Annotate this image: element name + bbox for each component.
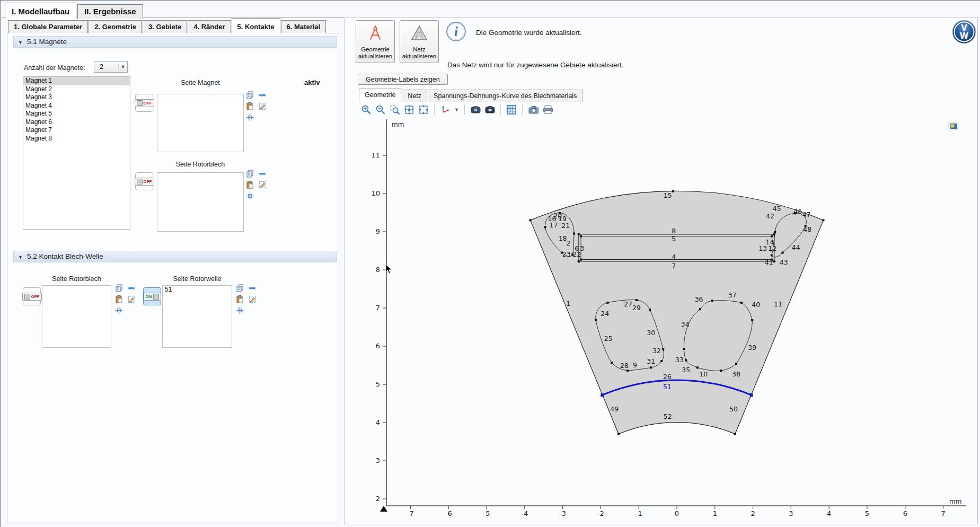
seite-rotorblech-toggle[interactable]: OFF (135, 172, 153, 190)
compass-icon (366, 24, 385, 44)
svg-text:7: 7 (672, 262, 676, 270)
svg-text:7: 7 (941, 510, 945, 517)
view-tab-1[interactable]: Geometrie (359, 89, 401, 102)
svg-text:9: 9 (376, 227, 380, 235)
zoom-in-icon[interactable] (361, 104, 372, 115)
grid-icon[interactable] (506, 104, 517, 115)
clear-selection-icon[interactable] (126, 294, 137, 305)
svg-text:11: 11 (371, 151, 380, 159)
copy-icon[interactable] (113, 283, 124, 294)
aktiv-label: aktiv (304, 78, 320, 86)
update-geometry-button[interactable]: Geometrieaktualisieren (356, 20, 395, 63)
collapse-arrow-icon: ▼ (18, 40, 23, 45)
graphics-view-tabs: GeometrieNetzSpannungs-Dehnungs-Kurve de… (359, 89, 583, 102)
view-tab-3[interactable]: Spannungs-Dehnungs-Kurve des Blechmateri… (428, 90, 582, 102)
clear-selection-icon[interactable] (257, 101, 268, 112)
print-icon[interactable] (542, 104, 553, 115)
magnet-list-item-3[interactable]: Magnet 3 (23, 93, 130, 102)
zoom-extents-icon[interactable] (404, 104, 414, 115)
paste-icon[interactable] (244, 180, 255, 190)
mesh-icon (410, 24, 429, 44)
magnet-list-item-5[interactable]: Magnet 5 (23, 110, 130, 118)
toggle-state: OFF (144, 101, 152, 106)
svg-text:20: 20 (553, 212, 562, 220)
zoom-to-selection-icon[interactable] (234, 305, 245, 316)
svg-text:0: 0 (675, 510, 679, 517)
svg-text:10: 10 (699, 370, 708, 378)
magnet-list-item-1[interactable]: Magnet 1 (23, 77, 130, 85)
setup-tab-5[interactable]: 5. Kontakte (232, 18, 280, 33)
setup-tab-2[interactable]: 2. Geometrie (89, 20, 142, 33)
dropdown-value: 2 (94, 63, 118, 71)
update-mesh-button[interactable]: Netzaktualisieren (400, 20, 439, 63)
section-title: 5.2 Kontakt Blech-Welle (27, 252, 103, 260)
main-tab-1[interactable]: I. Modellaufbau (5, 3, 76, 19)
zoom-to-selection-icon[interactable] (244, 112, 255, 123)
paste-icon[interactable] (234, 294, 245, 305)
section-header-magnete[interactable]: ▼5.1 Magnete (13, 36, 337, 48)
magnet-count-dropdown[interactable]: 2 ▼ (94, 61, 128, 73)
kontakt-rotorwelle-toggle[interactable]: ON (143, 287, 161, 305)
copy-icon[interactable] (244, 90, 255, 101)
export-image-icon[interactable] (484, 104, 495, 115)
plot-image-icon[interactable] (948, 122, 959, 133)
magnet-list[interactable]: Magnet 1Magnet 2Magnet 3Magnet 4Magnet 5… (23, 76, 130, 230)
setup-tab-3[interactable]: 3. Gebiete (143, 20, 187, 33)
chevron-down-icon: ▼ (118, 64, 127, 69)
svg-text:4: 4 (376, 418, 380, 426)
setup-tab-1[interactable]: 1. Globale Parameter (8, 20, 88, 33)
clear-selection-icon[interactable] (257, 180, 268, 190)
svg-text:2: 2 (751, 510, 755, 517)
magnet-list-item-2[interactable]: Magnet 2 (23, 85, 130, 94)
view-tab-2[interactable]: Netz (402, 90, 427, 102)
svg-text:32: 32 (652, 347, 661, 355)
paste-icon[interactable] (244, 101, 255, 112)
show-geometry-labels-button[interactable]: Geometrie-Labels zeigen (358, 74, 448, 85)
section-header-kontakt[interactable]: ▼5.2 Kontakt Blech-Welle (13, 251, 337, 262)
main-tab-2[interactable]: II. Ergebnisse (77, 4, 143, 19)
magnet-list-item-7[interactable]: Magnet 7 (23, 126, 130, 135)
magnet-list-item-8[interactable]: Magnet 8 (23, 135, 130, 143)
vw-logo: V W (951, 19, 977, 47)
svg-text:11: 11 (774, 300, 782, 308)
selected-boundary-item[interactable]: 51 (163, 286, 232, 294)
paste-icon[interactable] (113, 294, 124, 305)
zoom-box-icon[interactable] (390, 104, 400, 115)
seite-magnet-toggle[interactable]: OFF (135, 94, 153, 112)
seite-rotorblech-selection-box[interactable] (157, 172, 244, 232)
kontakt-rotorblech-toggle[interactable]: OFF (23, 287, 41, 305)
view-orientation-icon[interactable] (440, 104, 451, 115)
remove-icon[interactable] (257, 169, 268, 179)
seite-magnet-selection-box[interactable] (157, 94, 244, 152)
copy-icon[interactable] (234, 283, 245, 294)
geometry-status-text: Die Geometrie wurde aktualisiert. (476, 29, 582, 37)
kontakt-rotorwelle-selection-box[interactable]: 51 (162, 285, 232, 348)
zoom-to-selection-icon[interactable] (113, 305, 124, 316)
magnet-list-item-6[interactable]: Magnet 6 (23, 118, 130, 127)
svg-text:33: 33 (675, 356, 684, 364)
svg-text:30: 30 (647, 329, 655, 337)
setup-tab-6[interactable]: 6. Material (281, 20, 326, 33)
kontakt-rotorblech-label: Seite Rotorblech (42, 275, 111, 283)
remove-icon[interactable] (247, 283, 258, 294)
kontakt-rotorblech-selection-box[interactable] (42, 285, 111, 348)
svg-text:17: 17 (549, 221, 558, 229)
dropdown-caret-icon[interactable]: ▼ (454, 107, 459, 112)
snapshot-icon[interactable] (528, 104, 538, 115)
setup-tab-4[interactable]: 4. Ränder (188, 20, 231, 33)
zoom-fit-icon[interactable] (418, 104, 429, 115)
clear-selection-icon[interactable] (247, 294, 258, 305)
copy-icon[interactable] (244, 169, 255, 179)
svg-text:W: W (960, 31, 969, 41)
toggle-knob (24, 294, 30, 300)
copy-image-icon[interactable] (470, 104, 481, 115)
remove-icon[interactable] (126, 283, 137, 294)
svg-text:6: 6 (903, 510, 907, 517)
remove-icon[interactable] (257, 90, 268, 101)
zoom-out-icon[interactable] (375, 104, 386, 115)
magnet-list-item-4[interactable]: Magnet 4 (23, 102, 130, 110)
svg-text:45: 45 (773, 205, 781, 213)
zoom-to-selection-icon[interactable] (244, 191, 255, 201)
geometry-plot[interactable]: -7-6-5-4-3-2-101234567234567891011mmmm12… (356, 117, 969, 519)
mesh-status-text: Das Netz wird nur für zugewiesene Gebiet… (447, 61, 623, 69)
